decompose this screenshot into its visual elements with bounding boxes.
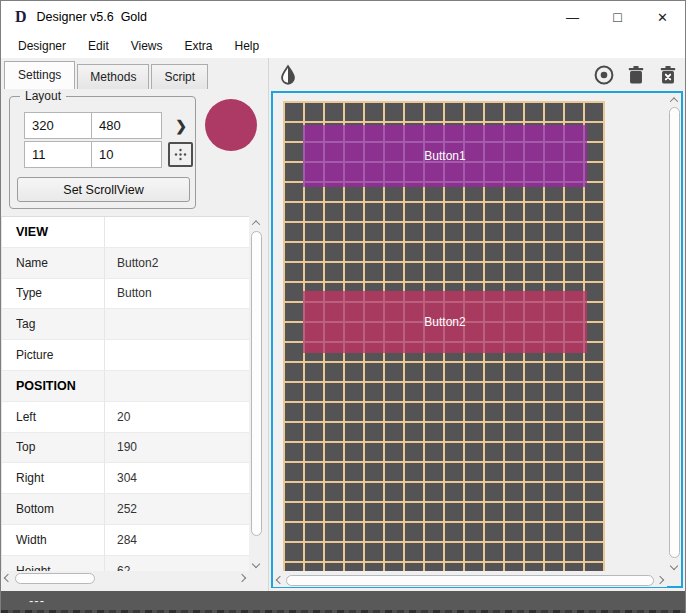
color-swatch[interactable]: [205, 99, 257, 151]
property-label: Name: [2, 248, 105, 278]
canvas-width-input[interactable]: [24, 112, 92, 139]
canvas-grid[interactable]: Button1 Button2: [283, 101, 605, 571]
grid-x-input[interactable]: [24, 141, 92, 168]
contrast-droplet-icon: [277, 64, 299, 86]
canvas-widget[interactable]: Button1: [303, 125, 587, 187]
size-row: ❯: [24, 112, 194, 139]
snap-grid-button[interactable]: [168, 142, 193, 167]
scroll-down-button[interactable]: [667, 559, 681, 573]
canvas-vertical-scrollbar[interactable]: [667, 93, 681, 573]
snap-grid-icon: [174, 148, 187, 161]
table-row-height[interactable]: Height 62: [2, 556, 249, 571]
property-value[interactable]: Button2: [105, 256, 249, 270]
canvas-height-input[interactable]: [92, 112, 162, 139]
property-value[interactable]: Button: [105, 286, 249, 300]
table-row-width[interactable]: Width 284: [2, 525, 249, 556]
tabstrip: Settings Methods Script: [4, 61, 210, 89]
property-value[interactable]: 284: [105, 533, 249, 547]
property-label: Picture: [2, 340, 105, 370]
tab-methods[interactable]: Methods: [77, 64, 149, 89]
window-controls: — □ ✕: [550, 1, 685, 33]
section-label: POSITION: [2, 371, 105, 401]
property-label: Right: [2, 463, 105, 493]
table-row-tag[interactable]: Tag: [2, 309, 249, 340]
chevron-right-icon: ❯: [175, 118, 187, 134]
table-row-picture[interactable]: Picture: [2, 340, 249, 371]
menu-views[interactable]: Views: [120, 35, 174, 57]
property-value[interactable]: 62: [105, 564, 249, 571]
scroll-right-button[interactable]: [235, 571, 249, 585]
maximize-button[interactable]: □: [595, 1, 640, 33]
table-row-type[interactable]: Type Button: [2, 279, 249, 310]
record-button[interactable]: [591, 62, 617, 88]
scrollbar-thumb[interactable]: [669, 107, 680, 558]
scrollbar-thumb[interactable]: [15, 573, 95, 584]
property-label: Bottom: [2, 494, 105, 524]
scrollbar-corner: [667, 573, 681, 586]
chevron-up-icon: [670, 97, 678, 105]
property-value[interactable]: 190: [105, 440, 249, 454]
menu-help[interactable]: Help: [224, 35, 271, 57]
property-label: Left: [2, 402, 105, 432]
chevron-left-icon: [4, 574, 12, 582]
titlebar: D Designer v5.6 Gold — □ ✕: [1, 1, 685, 33]
property-value[interactable]: 20: [105, 410, 249, 424]
statusbar: ---: [1, 591, 685, 610]
menu-extra[interactable]: Extra: [174, 35, 224, 57]
menu-designer[interactable]: Designer: [7, 35, 77, 57]
property-label: Type: [2, 279, 105, 309]
trash-icon: [625, 64, 647, 86]
chevron-down-icon: [252, 560, 260, 568]
table-section-view: VIEW: [2, 217, 249, 248]
property-value[interactable]: 252: [105, 502, 249, 516]
scroll-left-button[interactable]: [1, 571, 15, 585]
canvas-toolbar: [269, 58, 686, 91]
tab-script[interactable]: Script: [151, 64, 208, 89]
apply-size-button[interactable]: ❯: [168, 112, 194, 139]
set-scrollview-button[interactable]: Set ScrollView: [17, 177, 190, 202]
contrast-button[interactable]: [275, 62, 301, 88]
chevron-left-icon: [276, 576, 284, 584]
close-button[interactable]: ✕: [640, 1, 685, 33]
table-horizontal-scrollbar[interactable]: [1, 571, 249, 585]
delete-all-button[interactable]: [655, 62, 681, 88]
table-vertical-scrollbar[interactable]: [249, 216, 263, 571]
chevron-up-icon: [252, 220, 260, 228]
scrollbar-thumb[interactable]: [251, 231, 262, 536]
table-row-name[interactable]: Name Button2: [2, 248, 249, 279]
scroll-up-button[interactable]: [249, 216, 263, 230]
chevron-right-icon: [656, 576, 664, 584]
delete-button[interactable]: [623, 62, 649, 88]
scroll-up-button[interactable]: [667, 93, 681, 107]
table-section-position: POSITION: [2, 371, 249, 402]
main-area: Settings Methods Script Layout ❯: [1, 58, 685, 591]
scroll-right-button[interactable]: [653, 573, 667, 587]
scrollbar-thumb[interactable]: [286, 575, 654, 586]
minimize-button[interactable]: —: [550, 1, 595, 33]
menu-edit[interactable]: Edit: [77, 35, 120, 57]
canvas-horizontal-scrollbar[interactable]: [273, 573, 667, 587]
grid-y-input[interactable]: [92, 141, 162, 168]
scroll-down-button[interactable]: [249, 557, 263, 571]
chevron-right-icon: [238, 574, 246, 582]
property-label: Height: [2, 556, 105, 571]
property-label: Width: [2, 525, 105, 555]
design-canvas[interactable]: Button1 Button2: [271, 91, 683, 588]
table-row-left[interactable]: Left 20: [2, 402, 249, 433]
table-row-top[interactable]: Top 190: [2, 433, 249, 464]
widget-label: Button1: [424, 149, 465, 163]
left-panel: Settings Methods Script Layout ❯: [1, 58, 268, 591]
chevron-down-icon: [670, 562, 678, 570]
tab-settings[interactable]: Settings: [4, 61, 75, 89]
property-value[interactable]: 304: [105, 471, 249, 485]
layout-groupbox-title: Layout: [20, 89, 66, 103]
table-row-right[interactable]: Right 304: [2, 463, 249, 494]
designer-window: D Designer v5.6 Gold — □ ✕ Designer Edit…: [0, 0, 686, 613]
table-row-bottom[interactable]: Bottom 252: [2, 494, 249, 525]
right-panel: Button1 Button2: [268, 58, 686, 591]
canvas-widget[interactable]: Button2: [303, 291, 587, 353]
grid-row: [24, 141, 193, 168]
scroll-left-button[interactable]: [273, 573, 287, 587]
scrollbar-corner: [249, 571, 263, 585]
record-icon: [592, 63, 616, 87]
